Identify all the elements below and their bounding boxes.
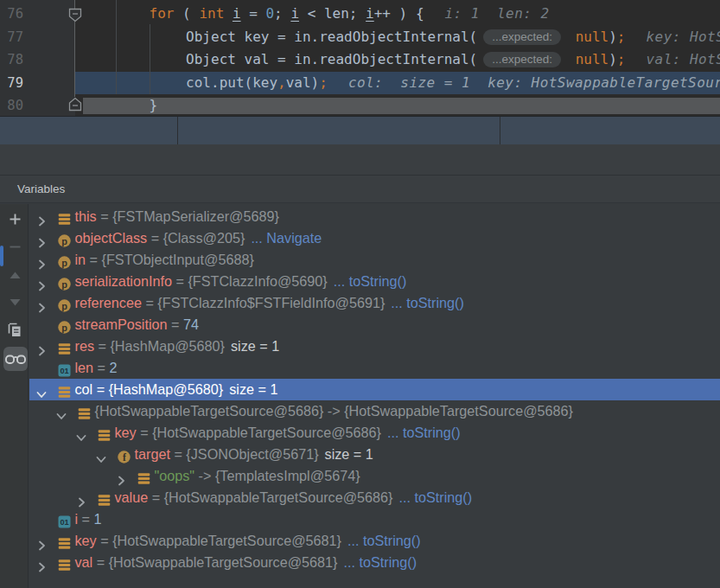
chevron-right-icon[interactable] xyxy=(36,216,47,227)
code-line-79[interactable]: col.put(key,val);col: size = 1 key: HotS… xyxy=(86,72,720,95)
chevron-down-icon[interactable] xyxy=(96,454,106,464)
code-token: ( xyxy=(174,5,199,22)
header-band-segment[interactable] xyxy=(177,117,500,144)
primitive-value-icon: 01 xyxy=(58,515,71,528)
variable-row[interactable]: res = {HashMap@5680}size = 1 xyxy=(29,336,720,357)
header-band-segment[interactable] xyxy=(500,117,720,144)
expand-toggle[interactable] xyxy=(76,427,86,438)
chevron-down-icon[interactable] xyxy=(36,389,47,399)
variable-val: {Class@205} xyxy=(163,230,245,246)
svg-text:01: 01 xyxy=(60,367,68,375)
evaluate-link[interactable]: ... toString() xyxy=(347,533,421,548)
variable-row[interactable]: preferencee = {FSTClazzInfo$FSTFieldInfo… xyxy=(29,292,720,314)
variable-row[interactable]: value = {HotSwappableTargetSource@5686}.… xyxy=(29,487,720,508)
expand-toggle[interactable] xyxy=(36,557,47,567)
chevron-right-icon[interactable] xyxy=(36,281,47,291)
variable-val: {HashMap@5680} xyxy=(109,381,224,397)
variable-row[interactable]: this = {FSTMapSerializer@5689} xyxy=(29,206,720,227)
chevron-right-icon[interactable] xyxy=(116,476,126,486)
chevron-right-icon[interactable] xyxy=(36,540,47,551)
fold-start-marker[interactable] xyxy=(68,8,82,22)
chevron-right-icon[interactable] xyxy=(76,497,86,508)
expand-toggle[interactable] xyxy=(36,233,47,243)
evaluate-link[interactable]: ... toString() xyxy=(343,554,417,570)
variable-eq: = xyxy=(170,446,186,462)
parameter-icon: p xyxy=(58,321,71,334)
line-number[interactable]: 76 xyxy=(0,3,23,26)
value-icon xyxy=(58,537,71,550)
line-number[interactable]: 78 xyxy=(0,48,23,72)
expand-toggle[interactable] xyxy=(36,384,47,394)
code-token: ) xyxy=(608,29,617,45)
variable-val: -> {TemplatesImpl@5674} xyxy=(194,468,360,483)
expand-toggle[interactable] xyxy=(116,470,126,481)
evaluate-link[interactable]: ... toString() xyxy=(387,425,461,440)
line-number[interactable]: 77 xyxy=(0,26,23,49)
expand-toggle[interactable] xyxy=(96,449,106,459)
triangle-down-icon xyxy=(9,296,22,309)
header-band-segment[interactable] xyxy=(0,117,177,144)
variable-eq: = xyxy=(94,338,110,354)
variable-eq: = xyxy=(147,230,162,246)
variable-row[interactable]: pserializationInfo = {FSTClazzInfo@5690}… xyxy=(29,271,720,292)
code-line-76[interactable]: for ( int i = 0; i < len; i++ ) {i: 1 le… xyxy=(83,3,550,26)
variable-row[interactable]: col = {HashMap@5680}size = 1 xyxy=(29,379,720,400)
add-button[interactable] xyxy=(3,209,26,228)
chevron-right-icon[interactable] xyxy=(36,562,47,572)
show-watches-button[interactable] xyxy=(3,347,28,371)
duplicate-button[interactable] xyxy=(3,320,26,339)
parameter-hint-chip: ...expected: xyxy=(483,52,561,67)
expand-toggle[interactable] xyxy=(76,492,86,502)
variable-row[interactable]: 01len = 2 xyxy=(29,357,720,379)
variable-val: {HotSwappableTargetSource@5686} -> {HotS… xyxy=(95,403,574,419)
code-line-77[interactable]: Object key = in.readObjectInternal(...ex… xyxy=(86,26,720,49)
variable-row[interactable]: key = {HotSwappableTargetSource@5686}...… xyxy=(29,422,720,444)
evaluate-link[interactable]: ... Navigate xyxy=(251,230,322,246)
expand-toggle[interactable] xyxy=(36,254,47,265)
code-token: ) xyxy=(608,51,617,67)
expand-toggle[interactable] xyxy=(36,535,47,546)
expand-toggle[interactable] xyxy=(36,341,47,351)
move-up-button[interactable] xyxy=(3,265,26,284)
evaluate-link[interactable]: ... toString() xyxy=(398,489,472,505)
code-token: = xyxy=(241,5,266,22)
remove-button[interactable] xyxy=(3,237,26,256)
expand-toggle[interactable] xyxy=(56,406,67,416)
variable-row[interactable]: pobjectClass = {Class@205}... Navigate xyxy=(29,227,720,249)
chevron-down-icon[interactable] xyxy=(56,411,67,421)
code-line-80[interactable]: } xyxy=(83,94,158,116)
variable-row[interactable]: "oops" -> {TemplatesImpl@5674} xyxy=(29,465,720,487)
chevron-right-icon[interactable] xyxy=(36,259,47,270)
expand-toggle[interactable] xyxy=(36,297,47,308)
expand-toggle[interactable] xyxy=(36,276,47,286)
evaluate-link[interactable]: ... toString() xyxy=(334,273,407,289)
chevron-down-icon[interactable] xyxy=(76,432,86,443)
variable-name: key xyxy=(115,425,137,440)
svg-text:f: f xyxy=(122,451,125,462)
variable-name: len xyxy=(75,360,94,375)
variable-row[interactable]: key = {HotSwappableTargetSource@5681}...… xyxy=(29,530,720,552)
code-token xyxy=(83,5,150,22)
chevron-right-icon[interactable] xyxy=(36,346,47,356)
variable-row[interactable]: pstreamPosition = 74 xyxy=(29,314,720,336)
variable-val: {HashMap@5680} xyxy=(110,338,225,354)
inline-debugger-hint: val: HotS xyxy=(647,51,720,67)
variable-icon xyxy=(98,491,111,504)
variable-row[interactable]: {HotSwappableTargetSource@5686} -> {HotS… xyxy=(29,400,720,422)
variable-row[interactable]: ftarget = {JSONObject@5671}size = 1 xyxy=(29,444,720,465)
variable-row[interactable]: pin = {FSTObjectInput@5688} xyxy=(29,249,720,271)
move-down-button[interactable] xyxy=(3,292,26,311)
variable-row[interactable]: 01i = 1 xyxy=(29,508,720,530)
code-token: i xyxy=(366,5,374,22)
evaluate-link[interactable]: ... toString() xyxy=(391,295,464,310)
chevron-right-icon[interactable] xyxy=(36,303,47,313)
line-number[interactable]: 79 xyxy=(0,72,23,95)
chevron-right-icon[interactable] xyxy=(36,238,47,248)
fold-end-marker[interactable] xyxy=(68,97,82,112)
code-token: i xyxy=(290,5,299,22)
code-line-78[interactable]: Object val = in.readObjectInternal(...ex… xyxy=(86,48,720,72)
expand-toggle[interactable] xyxy=(36,211,47,221)
variable-row[interactable]: val = {HotSwappableTargetSource@5681}...… xyxy=(29,552,720,573)
line-number[interactable]: 80 xyxy=(0,94,23,116)
variable-num: 74 xyxy=(183,316,199,332)
